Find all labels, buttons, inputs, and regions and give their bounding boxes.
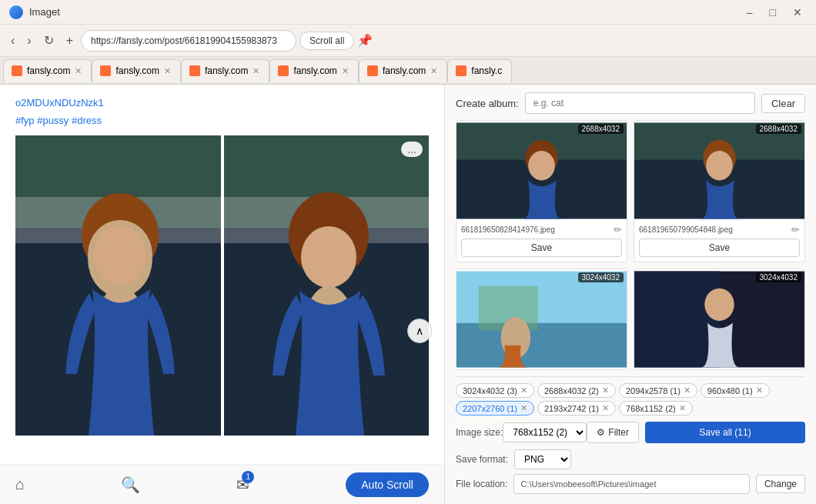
tab-close-3[interactable]: ✕ [252, 66, 259, 76]
app-logo-icon [9, 5, 23, 19]
location-label: File location: [456, 479, 507, 489]
browser-image-1 [15, 135, 221, 436]
title-bar: Imaget – □ ✕ [0, 0, 816, 25]
filter-tag-close-5[interactable]: ✕ [520, 403, 527, 413]
tab-favicon-2 [100, 65, 111, 76]
scroll-up-button[interactable]: ∧ [407, 319, 432, 343]
tab-3[interactable]: fansly.com ✕ [181, 59, 269, 82]
images-grid: ... [15, 135, 429, 436]
save-all-button[interactable]: Save all (11) [645, 422, 805, 443]
search-button[interactable]: 🔍 [121, 476, 140, 494]
scroll-all-button[interactable]: Scroll all [299, 32, 354, 50]
tab-label-5: fansly.com [383, 65, 426, 76]
filter-tag-4[interactable]: 960x480 (1) ✕ [701, 383, 770, 398]
tab-label-4: fansly.com [293, 65, 336, 76]
filter-tags: 3024x4032 (3) ✕ 2688x4032 (2) ✕ 2094x257… [456, 383, 805, 416]
filter-tag-7[interactable]: 768x1152 (2) ✕ [619, 401, 693, 416]
filter-btn-label: Filter [608, 427, 629, 438]
filter-tag-close-2[interactable]: ✕ [602, 386, 609, 396]
thumb-edit-icon-1[interactable]: ✏ [614, 224, 622, 235]
tab-close-2[interactable]: ✕ [164, 66, 171, 76]
tab-2[interactable]: fansly.com ✕ [92, 59, 180, 82]
refresh-button[interactable]: ↻ [39, 30, 59, 51]
svg-point-6 [94, 225, 146, 284]
album-input[interactable] [525, 92, 755, 114]
chevron-up-icon: ∧ [416, 325, 423, 337]
filter-tag-close-4[interactable]: ✕ [756, 386, 763, 396]
format-select[interactable]: PNG JPEG WEBP [514, 449, 571, 469]
nav-bar: ‹ › ↻ + Scroll all 📌 [0, 25, 816, 57]
tab-label-6: fansly.c [471, 65, 502, 76]
filter-tag-2[interactable]: 2688x4032 (2) ✕ [537, 383, 616, 398]
thumb-footer-2: 661819650799054848.jpeg ✏ [634, 221, 804, 239]
filter-tag-close-7[interactable]: ✕ [679, 403, 686, 413]
maximize-button[interactable]: □ [765, 5, 781, 20]
tab-5[interactable]: fansly.com ✕ [359, 59, 447, 82]
tab-favicon-6 [456, 65, 467, 76]
svg-point-11 [301, 226, 356, 288]
filter-button[interactable]: ⚙ Filter [587, 422, 639, 443]
change-button[interactable]: Change [756, 475, 805, 493]
size-select[interactable]: 768x1152 (2) 3024x4032 2688x4032 [503, 422, 587, 442]
thumb-svg-1 [456, 121, 627, 221]
right-panel: Create album: Clear 2688x4032 [445, 85, 816, 504]
tab-close-4[interactable]: ✕ [342, 66, 349, 76]
new-tab-button[interactable]: + [62, 31, 78, 51]
thumb-dim-1: 2688x4032 [578, 124, 624, 134]
filter-tag-6[interactable]: 2193x2742 (1) ✕ [537, 401, 616, 416]
thumb-save-button-2[interactable]: Save [639, 239, 800, 257]
auto-scroll-button[interactable]: Auto Scroll [346, 472, 429, 497]
thumb-footer-1: 661819650828414976.jpeg ✏ [456, 221, 627, 239]
more-options-button[interactable]: ... [401, 142, 423, 157]
filter-tag-5[interactable]: 2207x2760 (1) ✕ [456, 401, 534, 416]
address-bar[interactable] [81, 30, 296, 52]
tab-favicon-5 [367, 65, 378, 76]
tab-label-1: fansly.com [27, 65, 70, 76]
thumb-svg-2 [634, 121, 804, 221]
filter-tag-label-4: 960x480 (1) [707, 386, 753, 396]
thumb-dim-4: 3024x4032 [756, 272, 802, 282]
thumb-image-3: 3024x4032 [456, 269, 627, 369]
format-row: Save format: PNG JPEG WEBP [456, 449, 805, 469]
thumb-card-2: 2688x4032 661819650799054848.jpeg ✏ Save [634, 120, 805, 262]
tab-favicon-4 [278, 65, 289, 76]
tab-4[interactable]: fansly.com ✕ [269, 59, 358, 82]
pin-button[interactable]: 📌 [357, 33, 373, 48]
tab-6[interactable]: fansly.c [447, 59, 512, 82]
forward-button[interactable]: › [22, 31, 35, 51]
filter-tag-close-6[interactable]: ✕ [602, 403, 609, 413]
svg-point-15 [528, 151, 555, 180]
filter-tag-label-6: 2193x2742 (1) [544, 404, 599, 413]
back-button[interactable]: ‹ [6, 31, 19, 51]
thumb-edit-icon-2[interactable]: ✏ [791, 224, 800, 235]
thumb-image-4: 3024x4032 [634, 269, 804, 369]
notification-badge: 1 [242, 471, 254, 483]
close-button[interactable]: ✕ [788, 5, 807, 20]
tab-favicon-3 [189, 65, 200, 76]
home-button[interactable]: ⌂ [15, 476, 25, 493]
thumb-card-1: 2688x4032 661819650828414976.jpeg ✏ Save [456, 120, 627, 262]
location-input[interactable] [513, 474, 750, 494]
filter-tag-close-3[interactable]: ✕ [684, 386, 691, 396]
thumb-filename-2: 661819650799054848.jpeg [639, 225, 733, 234]
svg-rect-25 [634, 272, 720, 368]
location-row: File location: Change [456, 474, 805, 494]
tab-close-1[interactable]: ✕ [75, 66, 82, 76]
filter-tag-close-1[interactable]: ✕ [520, 386, 527, 396]
minimize-button[interactable]: – [742, 5, 757, 20]
thumb-save-button-1[interactable]: Save [461, 239, 622, 257]
filter-tag-label-5: 2207x2760 (1) [463, 404, 517, 413]
clear-button[interactable]: Clear [761, 94, 805, 113]
bottom-row: 3024x4032 (3) ✕ 2688x4032 (2) ✕ 2094x257… [456, 376, 805, 494]
post-id: o2MDUxNDUzNzk1 [15, 97, 429, 108]
tab-1[interactable]: fansly.com ✕ [3, 59, 92, 82]
title-bar-left: Imaget [9, 5, 60, 19]
filter-tag-1[interactable]: 3024x4032 (3) ✕ [456, 383, 534, 398]
tab-close-5[interactable]: ✕ [430, 66, 437, 76]
main-content: o2MDUxNDUzNzk1 #fyp #pussy #dress [0, 85, 816, 504]
format-label: Save format: [456, 454, 508, 465]
filter-tag-3[interactable]: 2094x2578 (1) ✕ [619, 383, 697, 398]
thumb-filename-1: 661819650828414976.jpeg [461, 225, 555, 234]
thumb-svg-4 [634, 269, 804, 369]
browser-content: o2MDUxNDUzNzk1 #fyp #pussy #dress [0, 85, 444, 448]
